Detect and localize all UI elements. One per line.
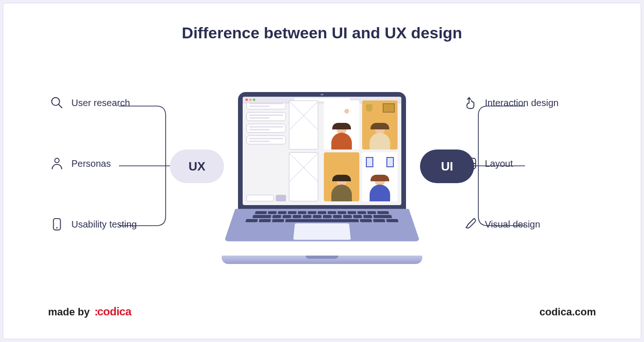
page-title: Difference between UI and UX design: [3, 24, 641, 42]
visual-half: [322, 97, 401, 205]
svg-point-0: [52, 98, 60, 106]
footer-credit: made by :codica: [48, 305, 131, 318]
ux-pill: UX: [170, 150, 224, 183]
person-icon: [50, 157, 64, 171]
laptop-keyboard: [224, 209, 420, 241]
ux-pill-label: UX: [189, 159, 205, 174]
svg-point-2: [55, 158, 59, 163]
search-icon: [50, 96, 64, 110]
svg-line-1: [59, 105, 63, 108]
codica-logo: :codica: [94, 305, 131, 318]
window-controls: [245, 99, 255, 101]
card-person-4: [362, 152, 398, 201]
laptop-illustration: [222, 92, 422, 264]
laptop-screen: [243, 97, 401, 205]
ui-pill-label: UI: [441, 159, 453, 174]
svg-point-4: [56, 227, 58, 228]
card-person-3: [324, 152, 359, 201]
made-by-label: made by: [48, 306, 90, 318]
laptop-bezel: [238, 92, 406, 212]
trackpad: [293, 223, 350, 240]
laptop-base: [222, 256, 422, 264]
footer-url: codica.com: [539, 306, 596, 318]
wireframe-half: [243, 97, 322, 205]
mobile-icon: [50, 217, 64, 231]
card-person-2: [362, 100, 398, 150]
ux-item-label: Personas: [71, 158, 111, 169]
card-person-1: [324, 100, 359, 150]
diagram-frame: Difference between UI and UX design User…: [3, 3, 641, 339]
ui-pill: UI: [420, 150, 474, 183]
